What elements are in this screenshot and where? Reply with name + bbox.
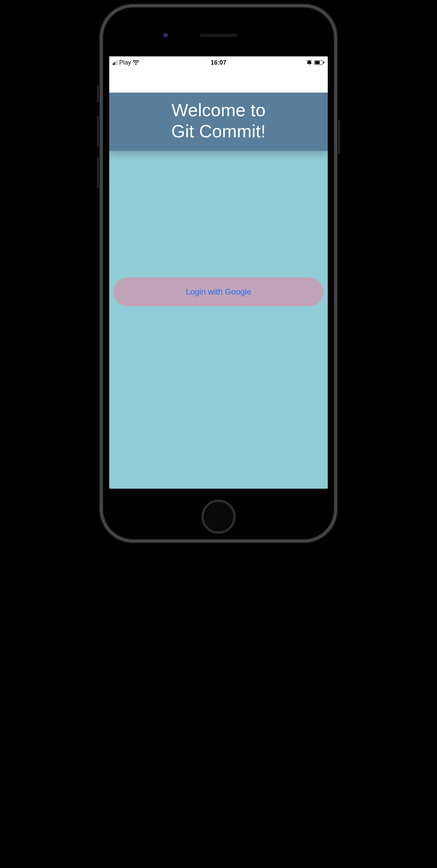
phone-speaker — [200, 33, 237, 37]
front-camera — [163, 32, 169, 38]
navigation-bar — [109, 69, 328, 93]
login-with-google-button[interactable]: Login with Google — [113, 277, 324, 306]
status-left: Play — [113, 59, 139, 66]
phone-device-frame: Play 16:07 Welcome to Git Commit! Log — [82, 0, 355, 550]
welcome-header: Welcome to Git Commit! — [109, 93, 328, 151]
status-bar: Play 16:07 — [109, 56, 328, 69]
battery-icon — [314, 60, 324, 65]
svg-rect-1 — [315, 61, 320, 64]
status-right — [307, 60, 324, 65]
status-time: 16:07 — [211, 59, 226, 66]
wifi-icon — [132, 60, 139, 65]
welcome-title: Welcome to Git Commit! — [109, 99, 328, 142]
svg-rect-2 — [323, 62, 324, 64]
home-button[interactable] — [201, 500, 236, 534]
carrier-label: Play — [119, 59, 131, 66]
cellular-signal-icon — [113, 60, 118, 65]
content-area: Login with Google — [109, 151, 328, 489]
phone-screen: Play 16:07 Welcome to Git Commit! Log — [109, 56, 328, 489]
alarm-icon — [307, 60, 312, 65]
login-button-label: Login with Google — [186, 287, 251, 297]
